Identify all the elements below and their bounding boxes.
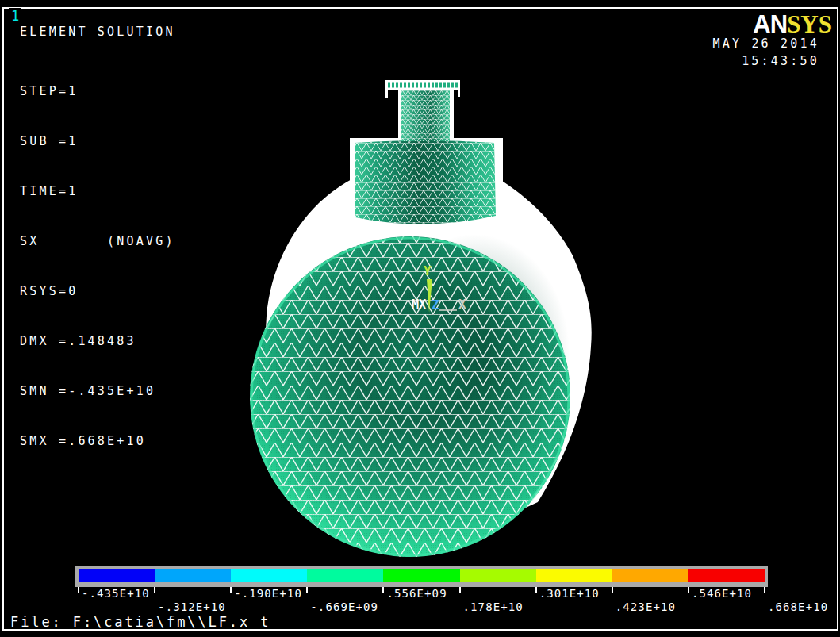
colorbar-segment (383, 569, 459, 582)
colorbar-value-label: -.190E+10 (234, 587, 302, 600)
colorbar (75, 566, 768, 587)
model-sphere (250, 234, 570, 557)
date-label: MAY 26 2014 (712, 36, 819, 51)
annotation-line: SMN =-.435E+10 (20, 383, 175, 400)
triad-y-label: Y (424, 263, 432, 278)
result-title: ELEMENT SOLUTION (20, 25, 175, 39)
colorbar-segment (231, 569, 307, 582)
colorbar-value-label: .301E+10 (539, 587, 600, 600)
colorbar-labels: -.435E+10-.190E+10.556E+09.301E+10.546E+… (79, 587, 840, 616)
colorbar-value-label: .178E+10 (463, 601, 524, 613)
colorbar-segments (79, 569, 765, 582)
file-path-label: File: F:\catia\fm\\LF.x_t (10, 614, 270, 630)
colorbar-value-label: -.312E+10 (158, 601, 226, 613)
model-cylinder (355, 140, 496, 224)
ansys-window: Y MX Z X 1 ELEMENT SOLUTION STEP=1 SUB =… (0, 0, 840, 637)
annotation-line: DMX =.148483 (20, 333, 175, 350)
time-label: 15:43:50 (742, 54, 819, 68)
colorbar-value-label: -.435E+10 (82, 587, 150, 600)
ansys-logo: ANSYS (753, 10, 832, 39)
mx-marker-label: MX (412, 297, 426, 312)
colorbar-segment (79, 569, 155, 582)
ansys-logo-an: AN (753, 10, 787, 38)
annotation-block: STEP=1 SUB =1 TIME=1 SX (NOAVG) RSYS=0 D… (20, 50, 175, 483)
colorbar-value-label: .423E+10 (616, 601, 676, 613)
annotation-line: SX (NOAVG) (20, 233, 175, 250)
triad-x-label: X (458, 297, 466, 312)
annotation-line: SUB =1 (20, 133, 175, 150)
colorbar-value-label: -.669E+09 (310, 601, 378, 613)
annotation-line: RSYS=0 (20, 283, 175, 300)
colorbar-segment (460, 569, 536, 582)
annotation-line: TIME=1 (20, 183, 175, 200)
colorbar-segment (612, 569, 688, 582)
model-neck (401, 89, 450, 141)
annotation-line: STEP=1 (20, 83, 175, 100)
colorbar-segment (688, 569, 765, 582)
colorbar-segment (307, 569, 383, 582)
ansys-logo-sys: SYS (787, 10, 832, 38)
colorbar-segment (536, 569, 612, 582)
colorbar-value-label: .546E+10 (692, 587, 752, 600)
colorbar-value-label: .556E+09 (386, 587, 447, 600)
colorbar-segment (155, 569, 231, 582)
triad-z-label: Z (432, 297, 439, 313)
plot-number: 1 (9, 8, 21, 24)
annotation-line: SMX =.668E+10 (20, 433, 175, 450)
colorbar-value-label: .668E+10 (768, 601, 828, 613)
